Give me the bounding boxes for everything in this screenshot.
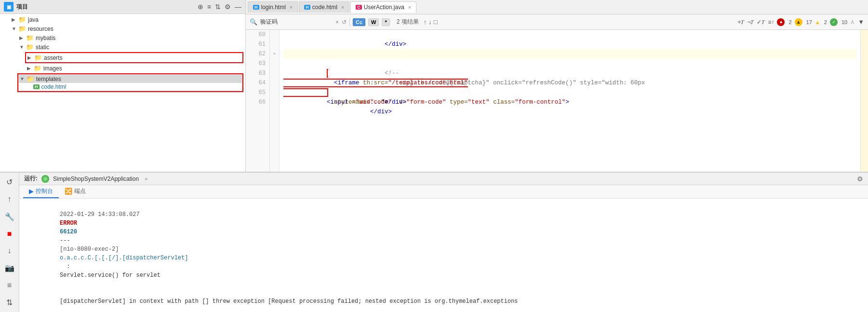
run-header: 运行: SimpleShopSystemV2Application × ⚙ — [19, 173, 868, 185]
tree-label-mybatis: mybatis — [36, 35, 55, 41]
word-btn[interactable]: W — [368, 18, 379, 26]
toolbar-refresh-btn[interactable]: ↺ — [3, 176, 16, 189]
run-title: 运行: — [24, 175, 38, 183]
tree-arrow-asserts: ▶ — [27, 55, 34, 60]
annotation-bar — [860, 30, 868, 172]
toolbar-down-btn[interactable]: ↓ — [3, 244, 16, 258]
folder-icon-static: 📁 — [26, 43, 34, 51]
gutter-61 — [270, 40, 279, 49]
chevron-up-icon[interactable]: ∧ — [850, 18, 855, 26]
code-content[interactable]: </div> <iframe th:src="/templates/code.h… — [280, 30, 860, 172]
tree-item-asserts[interactable]: ▶ 📁 asserts — [27, 54, 242, 62]
tab-login-html[interactable]: H login.html × — [248, 1, 298, 13]
tree-item-mybatis[interactable]: ▶ 📁 mybatis — [0, 33, 245, 42]
tree-item-resources[interactable]: ▼ 📁 resources — [0, 24, 245, 33]
tab-bar: H login.html × H code.html × C UserActio… — [246, 0, 868, 14]
warn2-count: 2 — [824, 19, 827, 25]
gutter-65 — [270, 88, 279, 97]
line-numbers: 60 61 62 63 63 64 65 66 — [246, 30, 270, 172]
toolbar-list-btn[interactable]: ≡ — [3, 279, 16, 292]
folder-icon-java: 📁 — [18, 16, 26, 23]
code-attr-type: type= — [446, 99, 468, 106]
toolbar-stop-btn[interactable]: ■ — [3, 227, 16, 241]
toolbar-up-btn[interactable]: ↑ — [3, 193, 16, 206]
tab-icon-java: C — [356, 5, 362, 10]
sort-icon[interactable]: ⇅ — [215, 3, 221, 11]
run-tab-console[interactable]: ▶ 控制台 — [23, 185, 59, 198]
code-editor: 60 61 62 63 63 64 65 66 ● — [246, 30, 868, 172]
gutter-63 — [270, 59, 279, 68]
regex-btn[interactable]: * — [382, 18, 389, 26]
warn2-badge: ▲ — [815, 19, 820, 25]
globe-icon[interactable]: ⊕ — [198, 3, 203, 11]
tab-close-code[interactable]: × — [341, 4, 344, 10]
project-icon: ▣ — [4, 2, 13, 12]
tree-label-asserts: asserts — [44, 54, 63, 61]
folder-icon-images: 📁 — [34, 65, 41, 72]
tree-label-code-html: code.html — [41, 83, 67, 90]
search-next-btn[interactable]: ↓ — [428, 18, 432, 26]
line-num-61: 61 — [246, 40, 269, 49]
log-line-1: 2022-01-29 14:33:08.027 ERROR 66120 --- … — [25, 202, 862, 288]
case-sensitive-btn[interactable]: Cc — [353, 18, 365, 26]
search-extra-btn3[interactable]: ✓𝑇 — [757, 19, 765, 26]
search-window-btn[interactable]: □ — [434, 18, 438, 26]
run-tab-endpoints[interactable]: 🔀 端点 — [59, 185, 92, 198]
search-prev-btn[interactable]: ↑ — [424, 18, 427, 26]
code-close-input: > — [565, 99, 569, 106]
tab-close-login[interactable]: × — [290, 4, 293, 10]
top-area: ▣ 项目 ⊕ ≡ ⇅ ⚙ — ▶ 📁 java — [0, 0, 868, 172]
tab-label-login: login.html — [261, 4, 286, 11]
sidebar-icons: ⊕ ≡ ⇅ ⚙ — — [198, 3, 241, 11]
gutter-62: ● — [270, 49, 279, 59]
log-text-1: Servlet.service() for servlet — [60, 272, 160, 279]
minus-icon[interactable]: — — [235, 3, 241, 11]
tab-close-java[interactable]: × — [408, 4, 411, 10]
run-close-btn[interactable]: × — [145, 176, 147, 182]
search-extra-btn1[interactable]: +𝑇 — [737, 19, 744, 26]
run-content[interactable]: 2022-01-29 14:33:08.027 ERROR 66120 --- … — [19, 199, 868, 312]
line-num-60: 60 — [246, 30, 269, 40]
tab-useraction-java[interactable]: C UserAction.java × — [350, 1, 416, 13]
code-line-62: <iframe th:src="/templates/code.html" st… — [283, 49, 856, 59]
code-style-img: style="width: 60px — [576, 80, 645, 86]
run-gear-icon[interactable]: ⚙ — [857, 175, 863, 183]
search-extra-btn2[interactable]: ¬𝑇 — [747, 19, 754, 26]
console-play-icon: ▶ — [29, 188, 34, 195]
log-timestamp: 2022-01-29 14:33:08.027 — [60, 211, 143, 218]
search-nav: ↑ ↓ □ — [424, 18, 438, 26]
endpoints-icon: 🔀 — [65, 188, 72, 195]
align-icon[interactable]: ≡ — [207, 3, 211, 11]
gear-icon[interactable]: ⚙ — [225, 3, 231, 11]
toolbar-camera-btn[interactable]: 📷 — [3, 261, 16, 275]
log-text-2: [dispatcherServlet] in context with path… — [60, 298, 518, 305]
tree-arrow-images: ▶ — [27, 66, 34, 71]
editor-area: H login.html × H code.html × C UserActio… — [246, 0, 868, 172]
line-num-62: 62 — [246, 49, 269, 59]
line-num-63: 63 — [246, 59, 269, 68]
run-tab-console-label: 控制台 — [36, 187, 53, 195]
search-back-icon[interactable]: ↺ — [342, 19, 347, 26]
log-colon: : — [60, 263, 74, 270]
toolbar-sort-btn[interactable]: ⇅ — [3, 296, 16, 309]
tree-item-templates[interactable]: ▼ 📁 templates — [19, 75, 242, 83]
ok-count: 10 — [841, 19, 847, 25]
run-tabs: ▶ 控制台 🔀 端点 — [19, 185, 868, 199]
tree-label-static: static — [36, 44, 49, 51]
search-clear-icon[interactable]: × — [335, 19, 339, 26]
tree-item-code-html[interactable]: H code.html — [19, 83, 242, 91]
tree-item-static[interactable]: ▼ 📁 static — [0, 42, 245, 52]
tree-arrow-mybatis: ▶ — [19, 35, 26, 41]
search-extra-btn4[interactable]: ≡↑ — [768, 19, 774, 26]
tab-code-html[interactable]: H code.html × — [299, 1, 349, 13]
sidebar-header: ▣ 项目 ⊕ ≡ ⇅ ⚙ — — [0, 0, 245, 14]
search-input[interactable] — [260, 19, 333, 26]
tree-item-images[interactable]: ▶ 📁 images — [0, 64, 245, 73]
code-val-id: "form-code" — [406, 99, 446, 106]
filter-icon[interactable]: ▼ — [858, 18, 864, 26]
toolbar-wrench-btn[interactable]: 🔧 — [3, 210, 16, 223]
tab-icon-code: H — [304, 5, 310, 10]
gutter-66 — [270, 97, 279, 107]
code-val-src: "/templates/code.html" — [388, 80, 468, 86]
tree-item-java[interactable]: ▶ 📁 java — [0, 15, 245, 24]
